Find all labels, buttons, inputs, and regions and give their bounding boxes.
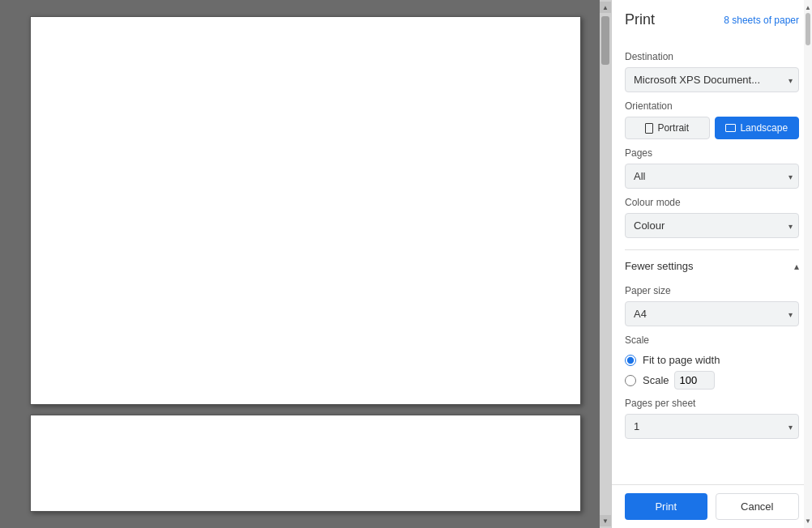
page-preview-1 bbox=[30, 16, 581, 405]
preview-area: ▲ ▼ bbox=[0, 0, 611, 528]
scale-option: Scale bbox=[625, 371, 799, 390]
preview-scroll-down[interactable]: ▼ bbox=[600, 515, 611, 526]
panel-header: Print 8 sheets of paper bbox=[612, 0, 812, 36]
orientation-label: Orientation bbox=[625, 100, 799, 112]
panel-footer: Print Cancel bbox=[612, 484, 812, 528]
paper-size-label: Paper size bbox=[625, 285, 799, 296]
cancel-button[interactable]: Cancel bbox=[716, 493, 800, 520]
landscape-icon bbox=[725, 124, 736, 132]
fewer-settings-label: Fewer settings bbox=[625, 260, 694, 272]
scale-label: Scale bbox=[625, 334, 799, 346]
preview-scrollbar[interactable]: ▲ ▼ bbox=[600, 0, 611, 528]
destination-select[interactable]: Microsoft XPS Document... bbox=[625, 67, 799, 92]
print-panel: Print 8 sheets of paper Destination Micr… bbox=[611, 0, 812, 528]
pages-per-sheet-label: Pages per sheet bbox=[625, 398, 799, 409]
portrait-button[interactable]: Portrait bbox=[625, 117, 710, 139]
scale-number-input[interactable] bbox=[674, 371, 715, 390]
orientation-group: Portrait Landscape bbox=[625, 117, 799, 139]
landscape-label: Landscape bbox=[740, 122, 788, 134]
landscape-button[interactable]: Landscape bbox=[715, 117, 800, 139]
sheets-info: 8 sheets of paper bbox=[724, 15, 799, 26]
portrait-icon bbox=[645, 123, 653, 134]
panel-scrollbar-thumb[interactable] bbox=[806, 13, 810, 45]
panel-content: Destination Microsoft XPS Document... ▾ … bbox=[612, 36, 812, 484]
panel-scroll-up[interactable]: ▲ bbox=[804, 2, 812, 13]
print-button[interactable]: Print bbox=[625, 493, 707, 520]
paper-size-wrapper: A4 ▾ bbox=[625, 301, 799, 326]
destination-label: Destination bbox=[625, 51, 799, 62]
scale-section: Fit to page width Scale bbox=[625, 354, 799, 390]
pages-per-sheet-select[interactable]: 1 bbox=[625, 414, 799, 439]
pages-select[interactable]: All bbox=[625, 164, 799, 189]
fit-to-page-option: Fit to page width bbox=[625, 354, 799, 366]
paper-size-select[interactable]: A4 bbox=[625, 301, 799, 326]
scale-radio-label[interactable]: Scale bbox=[643, 374, 669, 386]
scale-input-group: Scale bbox=[643, 371, 715, 390]
page-preview-2 bbox=[30, 415, 581, 512]
portrait-label: Portrait bbox=[657, 122, 689, 134]
panel-title: Print bbox=[625, 11, 655, 28]
panel-scroll-down[interactable]: ▼ bbox=[804, 515, 812, 526]
colour-mode-select[interactable]: Colour bbox=[625, 213, 799, 238]
scale-radio[interactable] bbox=[625, 375, 636, 386]
pages-per-sheet-wrapper: 1 ▾ bbox=[625, 414, 799, 439]
fit-to-page-radio[interactable] bbox=[625, 355, 636, 366]
colour-mode-label: Colour mode bbox=[625, 197, 799, 208]
pages-label: Pages bbox=[625, 147, 799, 159]
fewer-settings-toggle[interactable]: Fewer settings ▴ bbox=[625, 249, 799, 277]
fewer-settings-chevron: ▴ bbox=[794, 261, 799, 272]
preview-scrollbar-thumb[interactable] bbox=[601, 16, 609, 65]
panel-scrollbar[interactable]: ▲ ▼ bbox=[804, 0, 812, 528]
fit-to-page-label[interactable]: Fit to page width bbox=[643, 354, 720, 366]
destination-wrapper: Microsoft XPS Document... ▾ bbox=[625, 67, 799, 92]
preview-scroll-up[interactable]: ▲ bbox=[600, 2, 611, 13]
pages-wrapper: All ▾ bbox=[625, 164, 799, 189]
colour-mode-wrapper: Colour ▾ bbox=[625, 213, 799, 238]
